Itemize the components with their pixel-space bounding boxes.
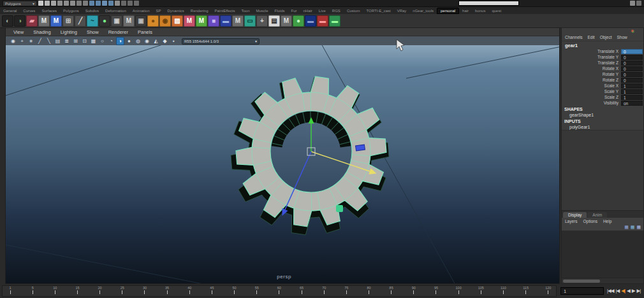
shape-node-item[interactable]: gearShape1	[562, 112, 643, 118]
poly-orange-shelf-icon[interactable]: ▨	[172, 15, 183, 27]
panel-menu-item[interactable]: View	[13, 29, 24, 35]
shelf-tab[interactable]: RGS	[329, 8, 344, 13]
smooth-shade-mode-icon[interactable]: ◑	[117, 38, 124, 45]
redo-icon[interactable]	[83, 1, 88, 6]
time-tick[interactable]: 20	[96, 286, 104, 296]
navy-shelf-icon[interactable]: ▬	[220, 15, 231, 27]
layer-editor-menu-item[interactable]: Options	[583, 219, 597, 223]
channel-value-field[interactable]: 0	[621, 66, 643, 71]
shaded-sphere-shelf-icon[interactable]: ◑	[14, 15, 26, 27]
time-tick[interactable]: 65	[298, 286, 305, 296]
maya-blue-shelf-icon[interactable]: M	[50, 15, 62, 27]
time-tick[interactable]: 1	[6, 286, 14, 296]
channel-value-field[interactable]: 0	[621, 55, 643, 60]
panel-menu-item[interactable]: Lighting	[61, 29, 77, 35]
field-chart-icon[interactable]: ⊡	[81, 38, 88, 45]
time-tick[interactable]: 105	[477, 286, 485, 296]
hotbox-toggle-icon[interactable]	[636, 1, 641, 6]
render-current-icon[interactable]	[121, 1, 126, 6]
layer-list-scrollbar[interactable]	[562, 278, 643, 283]
snap-curve-icon[interactable]	[96, 1, 101, 6]
cut-icon[interactable]	[57, 1, 62, 6]
new-scene-icon[interactable]	[38, 1, 43, 6]
isolate-select-icon[interactable]: ◆	[161, 38, 168, 45]
current-frame-field[interactable]: 1	[560, 287, 604, 295]
shelf-tab[interactable]: Live	[316, 8, 329, 13]
time-tick[interactable]: 110	[499, 286, 507, 296]
exposure-icon[interactable]: ▪	[170, 38, 177, 45]
new-layer-icon[interactable]: ▦	[636, 225, 641, 230]
copy-icon[interactable]	[64, 1, 69, 6]
camera-lock-icon[interactable]: ◉	[10, 38, 17, 45]
grease-pencil-frame-icon[interactable]: ╲	[45, 38, 52, 45]
Translate Z[interactable]: Translate Z 0	[562, 60, 643, 66]
open-scene-icon[interactable]	[45, 1, 50, 6]
panel-menu-item[interactable]: Panels	[138, 29, 152, 35]
Translate Y[interactable]: Translate Y 0	[562, 54, 643, 60]
shelf-tab[interactable]: Muscle	[252, 8, 271, 13]
layer-editor-tab[interactable]: Anim	[587, 212, 607, 218]
maya-pink-shelf-icon[interactable]: M	[184, 15, 195, 27]
shelf-tab[interactable]: Animation	[129, 8, 153, 13]
panel-menu-item[interactable]: Show	[87, 29, 99, 35]
shelf-tab[interactable]: Rendering	[187, 8, 212, 13]
scrollbar-thumb[interactable]	[563, 280, 600, 283]
time-tick[interactable]: 70	[320, 286, 328, 296]
time-slider-ruler[interactable]: 1 5 10 15 20	[2, 285, 557, 297]
safe-action-icon[interactable]: ▦	[90, 38, 97, 45]
time-tick[interactable]: 35	[163, 286, 171, 296]
shelf-tab[interactable]: Deformation	[102, 8, 129, 13]
purple-shelf-icon[interactable]: ■	[208, 15, 219, 27]
shelf-tab[interactable]: General	[0, 8, 20, 13]
panel-menu-item[interactable]: Shading	[33, 29, 51, 35]
time-tick[interactable]: 80	[365, 286, 373, 296]
maya-green-shelf-icon[interactable]: M	[196, 15, 207, 27]
menu-set-dropdown[interactable]: Polygons ▾	[3, 1, 37, 6]
layer-editor-tab[interactable]: Display	[563, 212, 587, 218]
shelf-tab[interactable]: personal	[437, 8, 459, 14]
shelf-tab[interactable]: quest	[488, 8, 504, 13]
channel-box-menu-item[interactable]: Object	[600, 35, 612, 39]
time-tick[interactable]: 90	[410, 286, 418, 296]
shelf-tab[interactable]: Polygons	[60, 8, 82, 13]
shelf-tab[interactable]: Surfaces	[38, 8, 60, 13]
teal-pill-shelf-icon[interactable]: ▭	[244, 15, 256, 27]
sidebar-toggle-icon[interactable]	[630, 1, 635, 6]
layer-editor-menu-item[interactable]: Layers	[565, 219, 578, 223]
Translate X[interactable]: Translate X 0	[562, 48, 643, 54]
sphere-shelf-icon[interactable]: ◐	[2, 15, 13, 27]
shelf-tab[interactable]: bonus	[472, 8, 488, 13]
time-tick[interactable]: 40	[186, 286, 193, 296]
xyz-axis-icon[interactable]: ∗	[630, 29, 634, 34]
time-tick[interactable]: 10	[51, 286, 59, 296]
render-sphere-shelf-icon[interactable]: ●	[99, 15, 110, 27]
Rotate Z[interactable]: Rotate Z 0	[562, 77, 643, 83]
grid-shelf-icon[interactable]: ⊞	[62, 15, 74, 27]
ipr-render-icon[interactable]	[128, 1, 133, 6]
viewport-canvas[interactable]	[6, 45, 559, 283]
snap-grid-icon[interactable]	[89, 1, 94, 6]
time-tick[interactable]: 55	[253, 286, 261, 296]
shelf-tab[interactable]: Fur	[288, 8, 300, 13]
channel-box-menu-item[interactable]: Edit	[587, 35, 594, 39]
Visibility[interactable]: Visibility on	[562, 100, 643, 106]
shadows-icon[interactable]: ◉	[143, 38, 150, 45]
gate-mask-icon[interactable]: ⊞	[72, 38, 79, 45]
go-to-end-button[interactable]: ▶|	[636, 287, 641, 295]
navy-bar-shelf-icon[interactable]: ▬	[305, 15, 316, 27]
orange-ring-shelf-icon[interactable]: ◉	[159, 15, 171, 27]
time-tick[interactable]: 30	[141, 286, 149, 296]
channel-value-field[interactable]: 0	[621, 72, 643, 77]
shelf-tab[interactable]: Toon	[238, 8, 252, 13]
curve-shelf-icon[interactable]: ~	[87, 15, 98, 27]
green-ball-shelf-icon[interactable]: ●	[293, 15, 304, 27]
new-layer-from-selected-icon[interactable]: ▦	[631, 225, 635, 230]
maya-gray2-shelf-icon[interactable]: M	[232, 15, 244, 27]
step-back-key-button[interactable]: ◀|	[620, 287, 626, 295]
go-to-start-button[interactable]: |◀◀	[606, 287, 614, 295]
paste-icon[interactable]	[70, 1, 75, 6]
channel-value-field[interactable]: 0	[621, 49, 643, 54]
snap-point-icon[interactable]	[102, 1, 107, 6]
time-tick[interactable]: 25	[119, 286, 126, 296]
channel-value-field[interactable]: 1	[621, 89, 643, 94]
